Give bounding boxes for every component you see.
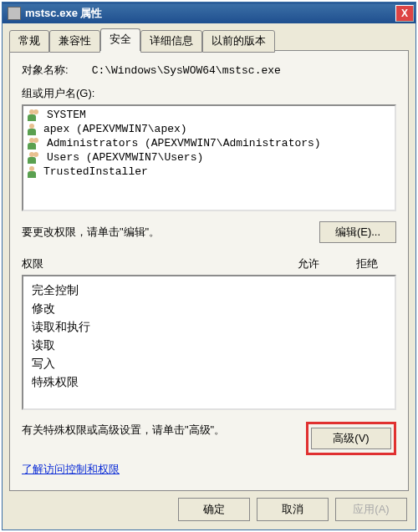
group-user-list[interactable]: SYSTEM apex (APEXVMWIN7\apex) Administra… [22, 104, 396, 211]
properties-dialog: mstsc.exe 属性 X 常规 兼容性 安全 详细信息 以前的版本 对象名称… [2, 2, 416, 530]
users-icon [27, 152, 43, 164]
close-button[interactable]: X [395, 5, 414, 22]
list-item[interactable]: TrustedInstaller [27, 165, 391, 179]
perm-item[interactable]: 读取 [32, 337, 386, 355]
list-item[interactable]: Users (APEXVMWIN7\Users) [27, 150, 391, 165]
user-icon [27, 124, 40, 135]
perm-header-deny: 拒绝 [338, 256, 396, 271]
highlight-box: 高级(V) [306, 422, 396, 455]
dialog-body: 常规 兼容性 安全 详细信息 以前的版本 对象名称: C:\Windows\Sy… [3, 23, 415, 491]
group-name: Users (APEXVMWIN7\Users) [47, 151, 203, 164]
tab-previous[interactable]: 以前的版本 [202, 30, 275, 53]
close-icon: X [401, 8, 408, 19]
user-icon [27, 166, 40, 178]
ok-button[interactable]: 确定 [178, 498, 250, 521]
perm-item[interactable]: 读取和执行 [32, 318, 386, 337]
list-item[interactable]: apex (APEXVMWIN7\apex) [27, 122, 391, 136]
perm-header-allow: 允许 [279, 256, 338, 271]
tab-security[interactable]: 安全 [100, 28, 140, 51]
learn-acl-link[interactable]: 了解访问控制和权限 [22, 462, 120, 477]
group-name: Administrators (APEXVMWIN7\Administrator… [47, 137, 321, 149]
perm-item[interactable]: 修改 [32, 300, 386, 318]
permissions-list[interactable]: 完全控制 修改 读取和执行 读取 写入 特殊权限 [22, 275, 396, 410]
titlebar[interactable]: mstsc.exe 属性 X [3, 3, 415, 23]
app-icon [8, 7, 21, 20]
groups-label: 组或用户名(G): [22, 86, 396, 101]
dialog-footer: 确定 取消 应用(A) [3, 491, 415, 529]
list-item[interactable]: SYSTEM [27, 108, 391, 122]
tab-bar: 常规 兼容性 安全 详细信息 以前的版本 [9, 28, 409, 51]
apply-button[interactable]: 应用(A) [335, 498, 407, 521]
group-name: SYSTEM [47, 109, 86, 121]
advanced-hint-text: 有关特殊权限或高级设置，请单击"高级"。 [22, 422, 225, 438]
advanced-button[interactable]: 高级(V) [311, 428, 391, 449]
users-icon [27, 138, 43, 149]
tab-details[interactable]: 详细信息 [140, 30, 202, 53]
tab-general[interactable]: 常规 [9, 30, 49, 53]
perm-header-label: 权限 [22, 256, 279, 271]
object-name-label: 对象名称: [22, 63, 69, 78]
edit-hint-text: 要更改权限，请单击"编辑"。 [22, 225, 160, 240]
list-item[interactable]: Administrators (APEXVMWIN7\Administrator… [27, 136, 391, 150]
perm-item[interactable]: 完全控制 [32, 281, 386, 300]
group-name: apex (APEXVMWIN7\apex) [43, 123, 187, 135]
users-icon [27, 109, 43, 121]
window-title: mstsc.exe 属性 [25, 6, 103, 21]
perm-item[interactable]: 特殊权限 [32, 373, 386, 392]
group-name: TrustedInstaller [43, 165, 148, 178]
object-path: C:\Windows\SysWOW64\mstsc.exe [92, 64, 281, 77]
perm-item[interactable]: 写入 [32, 355, 386, 373]
cancel-button[interactable]: 取消 [257, 498, 329, 521]
edit-button[interactable]: 编辑(E)... [319, 221, 396, 243]
tab-compat[interactable]: 兼容性 [49, 30, 100, 53]
tab-panel-security: 对象名称: C:\Windows\SysWOW64\mstsc.exe 组或用户… [9, 50, 409, 491]
